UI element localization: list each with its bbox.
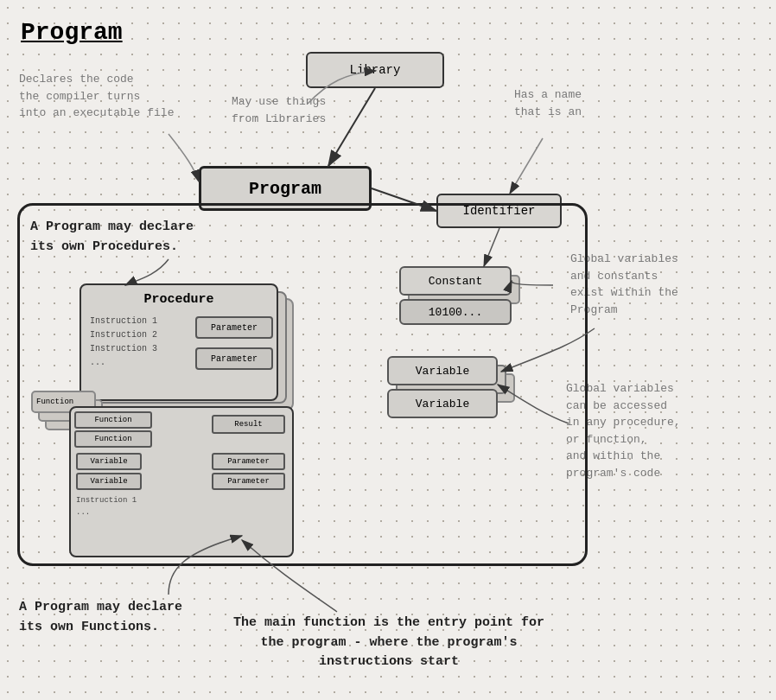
procedure-main-box: Procedure Instruction 1 Instruction 2 In…: [80, 283, 278, 401]
parameter1-label: Parameter: [211, 323, 258, 333]
program-label: Program: [249, 179, 321, 199]
procedure-title-label: Procedure: [81, 292, 277, 307]
procedure-dots-label: ...: [90, 356, 157, 370]
result-box: Result: [212, 415, 285, 434]
library-label: Library: [350, 63, 401, 77]
fn-instr-label: Instruction 1: [76, 494, 137, 506]
fn-param1-label: Parameter: [227, 457, 270, 466]
parameter2-label: Parameter: [211, 354, 258, 364]
page-title: Program: [21, 19, 123, 46]
fn-var-box-2: Variable: [76, 473, 142, 490]
varA-label: Variable: [90, 457, 127, 466]
function1-label: Function: [33, 398, 73, 406]
fn-bar-2: Function: [74, 430, 152, 448]
fn-bar-1: Function: [74, 411, 152, 429]
fn-instructions: Instruction 1 ...: [76, 494, 137, 519]
function3-label: Function: [94, 435, 131, 443]
parameter-box-1: Parameter: [195, 316, 273, 339]
fn-dots-label: ...: [76, 506, 137, 519]
annotation-functions: A Program may declareits own Functions.: [19, 598, 182, 637]
function-main-box: Function Function Result Variable Variab…: [69, 406, 294, 557]
function2-label: Function: [94, 416, 131, 424]
annotation-main-function: The main function is the entry point for…: [203, 614, 575, 672]
fn-var-box-1: Variable: [76, 453, 142, 470]
annotation-declares: Declares the codethe compiler turnsinto …: [19, 71, 174, 122]
instruction2-label: Instruction 2: [90, 328, 157, 342]
fn-param2-label: Parameter: [227, 477, 270, 486]
annotation-has-name: Has a namethat is an: [514, 86, 582, 120]
varB-label: Variable: [90, 477, 127, 486]
result-label: Result: [234, 420, 262, 429]
fn-param-box-2: Parameter: [212, 473, 285, 490]
instruction3-label: Instruction 3: [90, 342, 157, 356]
fn-param-box-1: Parameter: [212, 453, 285, 470]
parameter-box-2: Parameter: [195, 347, 273, 370]
procedure-instructions: Instruction 1 Instruction 2 Instruction …: [90, 315, 157, 370]
instruction1-label: Instruction 1: [90, 315, 157, 328]
annotation-may-use: May use thingsfrom Libraries: [232, 93, 326, 127]
library-box: Library: [306, 52, 444, 88]
